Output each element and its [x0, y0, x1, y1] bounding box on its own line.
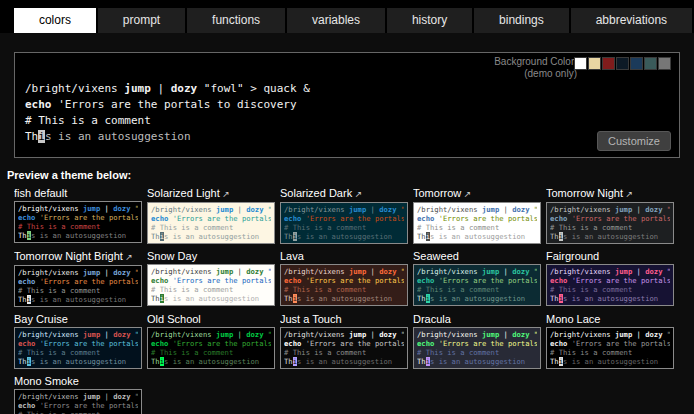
- token-cmd: jump: [216, 330, 238, 339]
- background-swatch-0[interactable]: [574, 57, 587, 70]
- token-cmd: dozy: [379, 267, 401, 276]
- token-fg: |: [238, 330, 247, 339]
- theme-preview-solarized-light[interactable]: /bright/vixens jump | dozy "echo 'Errors…: [147, 202, 275, 244]
- terminal-line: echo 'Errors are the portals: [18, 339, 138, 348]
- terminal-line: /bright/vixens jump | dozy "fowl" > quac…: [25, 81, 669, 97]
- token-fg: |: [637, 267, 646, 276]
- background-swatch-1[interactable]: [588, 57, 601, 70]
- background-swatch-6[interactable]: [658, 57, 671, 70]
- theme-preview-solarized-dark[interactable]: /bright/vixens jump | dozy "echo 'Errors…: [280, 202, 408, 244]
- tab-prompt[interactable]: prompt: [98, 8, 185, 33]
- terminal-line: echo 'Errors are the portals to discover…: [25, 97, 669, 113]
- theme-preview-tomorrow-night-bright[interactable]: /bright/vixens jump | dozy "echo 'Errors…: [14, 265, 142, 307]
- external-link-icon[interactable]: ↗: [623, 189, 633, 199]
- token-fg: |: [238, 267, 247, 276]
- token-fg: Th: [284, 232, 293, 241]
- theme-preview-dracula[interactable]: /bright/vixens jump | dozy "echo 'Errors…: [413, 327, 541, 369]
- theme-preview-tomorrow-night[interactable]: /bright/vixens jump | dozy "echo 'Errors…: [546, 202, 674, 244]
- background-swatch-4[interactable]: [630, 57, 643, 70]
- background-color-label-line1: Background Color:: [494, 56, 577, 68]
- token-cmd: echo: [151, 276, 173, 285]
- terminal-line: This is an autosuggestion: [18, 357, 138, 366]
- theme-preview-fairground[interactable]: /bright/vixens jump | dozy "echo 'Errors…: [546, 264, 674, 306]
- terminal-line: echo 'Errors are the portals: [151, 339, 271, 348]
- terminal-line: # This is a comment: [417, 348, 537, 357]
- token-fg: |: [157, 82, 170, 95]
- token-fg: Th: [417, 232, 426, 241]
- tab-functions[interactable]: functions: [187, 8, 285, 33]
- token-comment: # This is a comment: [417, 285, 499, 294]
- token-fg: Th: [284, 357, 293, 366]
- theme-preview-snow-day[interactable]: /bright/vixens jump | dozy "echo 'Errors…: [147, 264, 275, 306]
- token-fg: /bright/vixens: [550, 267, 615, 276]
- tab-colors[interactable]: colors: [14, 8, 96, 33]
- token-quote: 'Errors are the portals: [173, 214, 271, 223]
- external-link-icon[interactable]: ↗: [461, 189, 471, 199]
- tab-history[interactable]: history: [387, 8, 472, 33]
- theme-preview-seaweed[interactable]: /bright/vixens jump | dozy "echo 'Errors…: [413, 264, 541, 306]
- terminal-line: # This is a comment: [550, 285, 670, 294]
- background-swatch-5[interactable]: [644, 57, 657, 70]
- terminal-line: This is an autosuggestion: [18, 231, 138, 240]
- background-swatch-3[interactable]: [616, 57, 629, 70]
- theme-preview-bay-cruise[interactable]: /bright/vixens jump | dozy "echo 'Errors…: [14, 327, 142, 369]
- token-fg: /bright/vixens: [151, 205, 216, 214]
- token-cmd: jump: [83, 268, 105, 277]
- theme-title: Solarized Light ↗: [147, 187, 275, 200]
- token-comment: # This is a comment: [550, 285, 632, 294]
- external-link-icon[interactable]: ↗: [352, 189, 362, 199]
- theme-card-tomorrow-night-bright: Tomorrow Night Bright ↗/bright/vixens ju…: [14, 250, 142, 307]
- token-quote: ": [667, 205, 670, 214]
- token-fg: quack: [263, 82, 303, 95]
- token-quote: 'Errors are the portals: [40, 213, 138, 222]
- token-autosug: s is an autosuggestion: [297, 232, 392, 241]
- token-fg: Th: [151, 294, 160, 303]
- token-cmd: jump: [482, 330, 504, 339]
- customize-button[interactable]: Customize: [597, 131, 671, 151]
- token-cmd: dozy: [171, 82, 204, 95]
- token-quote: ": [534, 205, 537, 214]
- background-swatch-2[interactable]: [602, 57, 615, 70]
- theme-name: Mono Lace: [546, 313, 600, 325]
- theme-preview-old-school[interactable]: /bright/vixens jump | dozy "echo 'Errors…: [147, 327, 275, 369]
- token-cmd: jump: [349, 330, 371, 339]
- external-link-icon[interactable]: ↗: [220, 189, 230, 199]
- theme-preview-fish-default[interactable]: /bright/vixens jump | dozy "echo 'Errors…: [14, 201, 142, 243]
- theme-preview-tomorrow[interactable]: /bright/vixens jump | dozy "echo 'Errors…: [413, 202, 541, 244]
- token-fg: Th: [25, 130, 38, 143]
- theme-preview-just-a-touch[interactable]: /bright/vixens jump | dozy "echo 'Errors…: [280, 327, 408, 369]
- background-color-label: Background Color: (demo only): [494, 56, 577, 80]
- token-cmd: echo: [550, 276, 572, 285]
- token-autosug: s is an autosuggestion: [430, 232, 525, 241]
- token-comment: # This is a comment: [18, 410, 100, 414]
- theme-title: Solarized Dark ↗: [280, 187, 408, 200]
- external-link-icon[interactable]: ↗: [123, 252, 133, 262]
- terminal-line: This is an autosuggestion: [417, 294, 537, 303]
- token-autosug: s is an autosuggestion: [563, 294, 658, 303]
- token-cmd: dozy: [645, 330, 667, 339]
- terminal-line: This is an autosuggestion: [25, 129, 669, 145]
- token-cmd: dozy: [645, 205, 667, 214]
- token-quote: 'Errors are the portals: [439, 339, 537, 348]
- token-fg: |: [105, 268, 114, 277]
- token-fg: /bright/vixens: [25, 82, 124, 95]
- terminal-line: # This is a comment: [18, 286, 138, 295]
- theme-preview-lava[interactable]: /bright/vixens jump | dozy "echo 'Errors…: [280, 264, 408, 306]
- terminal-line: echo 'Errors are the portals: [550, 276, 670, 285]
- theme-preview-mono-smoke[interactable]: /bright/vixens jump | dozy "echo 'Errors…: [14, 389, 142, 414]
- token-cmd: jump: [83, 330, 105, 339]
- theme-card-old-school: Old School/bright/vixens jump | dozy "ec…: [147, 313, 275, 369]
- terminal-line: This is an autosuggestion: [550, 357, 670, 366]
- terminal-line: # This is a comment: [18, 348, 138, 357]
- theme-preview-mono-lace[interactable]: /bright/vixens jump | dozy "echo 'Errors…: [546, 327, 674, 369]
- theme-title: Mono Smoke: [14, 375, 142, 387]
- theme-card-fairground: Fairground/bright/vixens jump | dozy "ec…: [546, 250, 674, 307]
- token-fg: Th: [550, 232, 559, 241]
- tab-abbreviations[interactable]: abbreviations: [571, 8, 692, 33]
- token-fg: /bright/vixens: [18, 330, 83, 339]
- tab-bindings[interactable]: bindings: [474, 8, 569, 33]
- terminal-line: # This is a comment: [284, 223, 404, 232]
- token-quote: ": [135, 392, 138, 401]
- token-cmd: dozy: [512, 205, 534, 214]
- tab-variables[interactable]: variables: [287, 8, 385, 33]
